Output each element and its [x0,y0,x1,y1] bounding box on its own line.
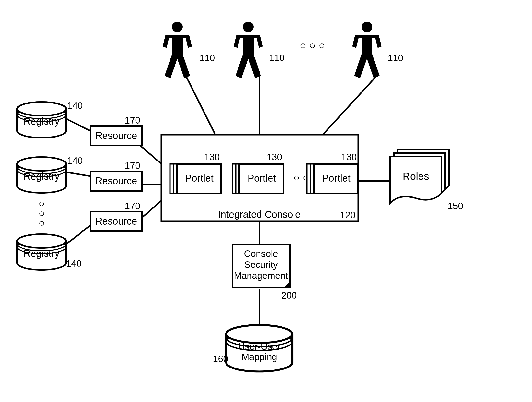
console-label: Integrated Console [218,209,301,220]
architecture-diagram: 110 110 ○ ○ ○ 110 Registry 140 Registry … [0,0,532,402]
registry-ellipsis-dot: ○ [39,218,45,228]
registry-ref: 140 [67,101,83,111]
resource-label: Resource [95,216,137,227]
user-user-mapping-db: User-User Mapping 160 [213,325,292,372]
svg-line-8 [186,76,215,135]
registry-ref: 140 [66,258,81,269]
resource-label: Resource [95,130,137,141]
console-security-management: Console Security Management 200 [232,245,297,300]
roles-stack: Roles [390,149,449,203]
svg-line-10 [323,76,377,135]
security-line: Security [244,260,278,270]
portlet-ref: 130 [341,152,357,162]
mapping-line: User-User [238,342,280,352]
person-ref: 110 [199,53,215,63]
portlet-label: Portlet [322,173,351,184]
registry-ellipsis-dot: ○ [39,208,45,218]
resource-ref: 170 [125,161,140,171]
resource-ref: 170 [125,115,140,126]
mapping-line: Mapping [241,352,277,362]
resource-label: Resource [95,175,137,186]
portlet-ref: 130 [204,152,220,162]
person-ref: 110 [388,53,403,63]
people-row: 110 110 ○ ○ ○ 110 [163,22,403,78]
person-icon [352,22,382,78]
security-line: Management [234,271,288,281]
security-ref: 200 [281,290,297,300]
registry-label: Registry [24,248,60,259]
integrated-console: Integrated Console 120 Portlet 130 Portl… [161,135,358,221]
registry-ref: 140 [67,156,83,166]
portlet-ref: 130 [267,152,282,162]
person-ref: 110 [269,53,284,63]
roles-ref: 150 [448,201,463,211]
registry-label: Registry [24,171,60,182]
person-icon [163,22,192,78]
roles-label: Roles [403,171,429,182]
registry-column: Registry 140 Registry 140 ○ ○ ○ Registry… [17,101,83,270]
portlet-label: Portlet [185,173,214,184]
resource-ref: 170 [125,201,140,211]
registry-label: Registry [24,116,60,127]
person-icon [234,22,263,78]
portlet-label: Portlet [248,173,276,184]
people-ellipsis: ○ ○ ○ [300,39,325,51]
mapping-ref: 160 [213,354,228,364]
resource-column: Resource 170 Resource 170 Resource 170 [91,115,142,231]
registry-ellipsis-dot: ○ [39,198,45,209]
console-ref: 120 [340,210,355,220]
security-line: Console [244,249,278,259]
